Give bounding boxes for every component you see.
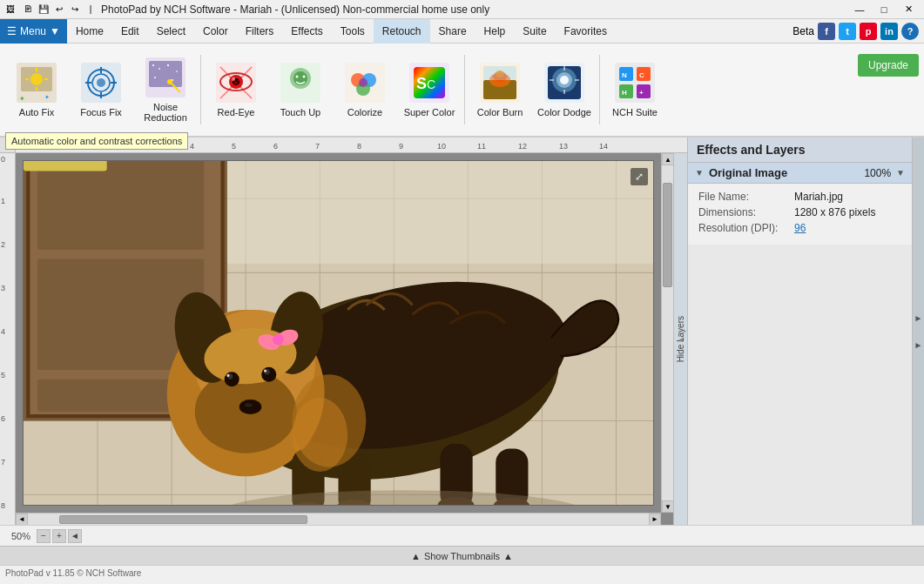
svg-rect-54 xyxy=(483,66,516,80)
ruler-h-14: 14 xyxy=(599,142,608,151)
save-icon[interactable]: 💾 xyxy=(37,3,51,17)
menu-item-select[interactable]: Select xyxy=(148,19,194,44)
menu-item-filters[interactable]: Filters xyxy=(237,19,283,44)
zoom-controls: 50% − + ◄ xyxy=(7,529,82,543)
window-controls: — □ ✕ xyxy=(847,0,921,19)
svg-point-37 xyxy=(296,76,299,78)
horizontal-scrollbar[interactable]: ◄ ► xyxy=(16,513,661,525)
super-color-label: Super Color xyxy=(404,107,455,117)
filename-value: Mariah.jpg xyxy=(794,191,843,203)
noise-reduction-icon xyxy=(145,57,186,98)
color-burn-icon xyxy=(479,62,521,104)
menu-item-favorites[interactable]: Favorites xyxy=(556,19,616,44)
ruler-v-0: 0 xyxy=(1,155,5,164)
dimensions-value: 1280 x 876 pixels xyxy=(794,206,875,218)
svg-point-2 xyxy=(30,73,43,85)
minimize-button[interactable]: — xyxy=(847,0,872,19)
twitter-icon[interactable]: t xyxy=(839,23,856,40)
auto-fix-icon: ✦ ✦ xyxy=(16,62,57,104)
touch-up-button[interactable]: Touch Up xyxy=(269,48,332,131)
focus-fix-button[interactable]: Focus Fix xyxy=(70,48,132,131)
svg-point-106 xyxy=(225,372,239,386)
svg-point-112 xyxy=(239,399,262,414)
thumbnails-bar[interactable]: ▲ Show Thumbnails ▲ xyxy=(0,546,924,565)
titlebar-quick-icons: 🖹 💾 ↩ ↪ | xyxy=(21,3,98,17)
ruler-h-5: 5 xyxy=(232,142,236,151)
auto-fix-button[interactable]: ✦ ✦ Auto Fix xyxy=(5,48,68,131)
noise-reduction-button[interactable]: Noise Reduction xyxy=(134,48,197,131)
social-bar: Beta f t p in ? xyxy=(792,23,924,40)
horizontal-scroll-thumb[interactable] xyxy=(59,515,307,524)
layer-name: Original Image xyxy=(709,166,859,179)
redo-icon[interactable]: ↪ xyxy=(68,3,82,17)
auto-fix-label: Auto Fix xyxy=(19,107,54,117)
svg-point-111 xyxy=(264,369,266,372)
red-eye-button[interactable]: Red-Eye xyxy=(205,48,267,131)
nch-suite-icon: N C H + xyxy=(614,62,656,104)
svg-text:+: + xyxy=(639,89,644,97)
ruler-h-13: 13 xyxy=(559,142,568,151)
scroll-down-arrow[interactable]: ▼ xyxy=(662,500,673,513)
vertical-scroll-thumb[interactable] xyxy=(663,183,672,287)
titlebar-left: 🖼 🖹 💾 ↩ ↪ | PhotoPad by NCH Software - M… xyxy=(3,3,489,17)
image-scroll-area: 0 1 2 3 4 5 6 7 8 9 xyxy=(0,153,687,525)
svg-point-110 xyxy=(226,374,229,377)
dimensions-label: Dimensions: xyxy=(698,206,794,218)
main-area: 0 1 2 3 4 5 6 7 8 9 10 11 12 13 14 0 xyxy=(0,138,924,525)
color-dodge-button[interactable]: Color Dodge xyxy=(533,48,596,131)
undo-icon[interactable]: ↩ xyxy=(52,3,66,17)
svg-rect-22 xyxy=(176,70,178,72)
focus-fix-label: Focus Fix xyxy=(80,107,122,117)
colorize-label: Colorize xyxy=(347,107,382,117)
resolution-value[interactable]: 96 xyxy=(794,222,806,234)
ruler-h-12: 12 xyxy=(518,142,527,151)
zoom-fit-button[interactable]: ◄ xyxy=(68,529,82,543)
scroll-up-arrow[interactable]: ▲ xyxy=(662,153,673,165)
help-icon[interactable]: ? xyxy=(901,23,919,40)
color-burn-button[interactable]: Color Burn xyxy=(469,48,531,131)
menu-item-effects[interactable]: Effects xyxy=(282,19,331,44)
red-eye-label: Red-Eye xyxy=(218,107,255,117)
ruler-v-5: 5 xyxy=(1,371,5,379)
menu-item-help[interactable]: Help xyxy=(475,19,515,44)
colorize-button[interactable]: Colorize xyxy=(334,48,396,131)
linkedin-icon[interactable]: in xyxy=(880,23,898,40)
color-dodge-label: Color Dodge xyxy=(537,107,591,117)
super-color-button[interactable]: S C Super Color xyxy=(398,48,461,131)
close-button[interactable]: ✕ xyxy=(896,0,921,19)
menu-item-tools[interactable]: Tools xyxy=(332,19,374,44)
menu-item-share[interactable]: Share xyxy=(430,19,475,44)
scroll-left-arrow[interactable]: ◄ xyxy=(16,514,28,526)
zoom-minus-button[interactable]: − xyxy=(37,529,51,543)
layer-zoom: 100% xyxy=(864,167,891,179)
maximize-button[interactable]: □ xyxy=(872,0,896,19)
pinterest-icon[interactable]: p xyxy=(860,23,877,40)
version-bar: PhotoPad v 11.85 © NCH Software xyxy=(0,565,924,581)
menu-item-color[interactable]: Color xyxy=(194,19,237,44)
fullscreen-button[interactable]: ⤢ xyxy=(631,168,648,185)
image-viewport: ⤢ ▲ ▼ ◄ ► xyxy=(16,153,673,525)
window-title: PhotoPad by NCH Software - Mariah - (Unl… xyxy=(101,3,489,16)
menu-dropdown-button[interactable]: ☰ Menu ▼ xyxy=(0,19,67,44)
zoom-plus-button[interactable]: + xyxy=(52,529,66,543)
menu-item-home[interactable]: Home xyxy=(67,19,112,44)
layer-expand-arrow[interactable]: ▼ xyxy=(695,168,704,178)
menu-item-suite[interactable]: Suite xyxy=(514,19,555,44)
panel-collapse-arrows[interactable]: ► ► xyxy=(912,138,924,525)
ruler-h-10: 10 xyxy=(437,142,446,151)
facebook-icon[interactable]: f xyxy=(818,23,835,40)
zoom-value: 50% xyxy=(7,531,35,541)
title-bar: 🖼 🖹 💾 ↩ ↪ | PhotoPad by NCH Software - M… xyxy=(0,0,924,19)
upgrade-button[interactable]: Upgrade xyxy=(858,54,919,77)
ruler-h-8: 8 xyxy=(357,142,361,151)
menu-item-retouch[interactable]: Retouch xyxy=(374,19,430,44)
menu-item-edit[interactable]: Edit xyxy=(112,19,148,44)
svg-rect-20 xyxy=(158,68,160,70)
hide-layers-button[interactable]: Hide Layers ◄ xyxy=(673,153,687,525)
nch-suite-button[interactable]: N C H + NCH Suite xyxy=(604,48,666,131)
vertical-scrollbar[interactable]: ▲ ▼ xyxy=(661,153,673,513)
scroll-right-arrow[interactable]: ► xyxy=(649,514,661,526)
layer-zoom-arrow[interactable]: ▼ xyxy=(896,168,905,178)
new-icon[interactable]: 🖹 xyxy=(21,3,35,17)
svg-rect-94 xyxy=(24,161,107,171)
